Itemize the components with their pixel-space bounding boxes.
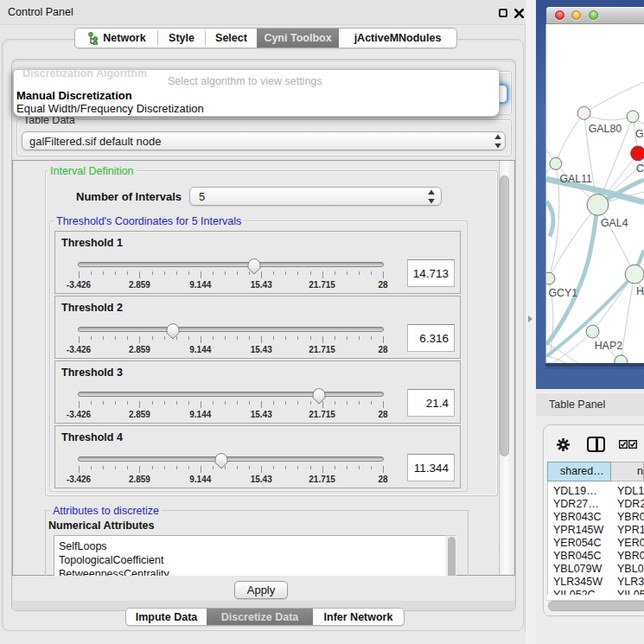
- svg-text:GAL11: GAL11: [559, 173, 592, 185]
- svg-text:GA: GA: [635, 128, 644, 140]
- svg-text:GCY1: GCY1: [548, 287, 577, 299]
- svg-text:GAL80: GAL80: [589, 123, 622, 135]
- svg-text:H: H: [636, 285, 644, 297]
- svg-text:C: C: [636, 163, 644, 175]
- svg-text:HAP2: HAP2: [595, 340, 622, 352]
- svg-text:GAL4: GAL4: [601, 217, 628, 229]
